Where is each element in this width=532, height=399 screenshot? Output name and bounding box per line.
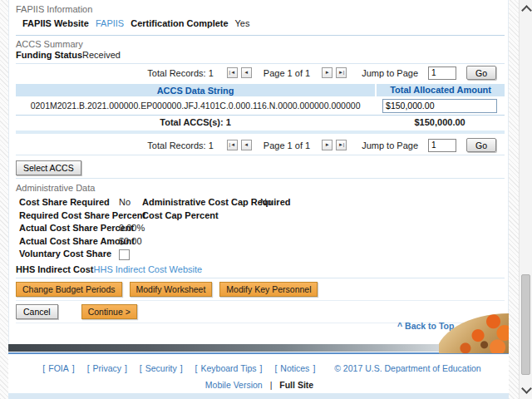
modify-key-personnel-button[interactable]: Modify Key Personnel xyxy=(219,282,318,297)
cancel-continue-row: Cancel Continue > xyxy=(16,304,505,319)
caret-up-icon: ^ xyxy=(397,321,402,331)
accs-data-string-header: ACCS Data String xyxy=(16,86,375,96)
admin-cost-cap-required-value: No xyxy=(260,197,505,208)
total-accs-label: Total ACCS(s): 1 xyxy=(16,117,375,127)
bracket: [ xyxy=(87,363,90,373)
jump-to-page-label: Jump to Page xyxy=(362,140,418,150)
page-background-hatch-right xyxy=(509,0,519,399)
next-page-button[interactable]: ► xyxy=(322,140,332,150)
footer-links-row: [FOIA] [Privacy] [Security] [Keyboard Ti… xyxy=(0,363,519,373)
footer-mobile-row: Mobile Version | Full Site xyxy=(0,380,519,390)
bracket: ] xyxy=(72,363,75,373)
bracket: [ xyxy=(42,363,45,373)
actual-cost-share-percent-value: 0.00% xyxy=(119,223,142,234)
action-buttons-row: Change Budget Periods Modify Worksheet M… xyxy=(16,282,505,297)
page-indicator: Page 1 of 1 xyxy=(264,68,310,78)
certification-complete-value: Yes xyxy=(234,18,249,28)
actual-cost-share-percent-label: Actual Cost Share Percent xyxy=(19,223,119,234)
back-to-top-label: Back to Top xyxy=(405,321,454,331)
divider xyxy=(16,63,505,64)
bracket: ] xyxy=(125,363,127,373)
footer-silver-bar xyxy=(8,344,509,352)
vertical-scrollbar[interactable] xyxy=(519,0,532,399)
last-page-button[interactable]: ►| xyxy=(336,140,347,150)
accs-table: ACCS Data String Total Allocated Amount … xyxy=(16,84,505,134)
footer-link-privacy[interactable]: Privacy xyxy=(93,363,121,373)
footer-link-foia[interactable]: FOIA xyxy=(48,363,69,373)
next-page-button[interactable]: ► xyxy=(322,67,332,78)
accs-table-row: 0201M2021.B.2021.000000.EP000000.JFJ.410… xyxy=(16,96,505,115)
total-records-label: Total Records: 1 xyxy=(147,68,213,78)
actual-cost-share-amount-value: $0.00 xyxy=(119,236,142,247)
go-button[interactable]: Go xyxy=(466,66,496,80)
accs-data-string-value: 0201M2021.B.2021.000000.EP000000.JFJ.410… xyxy=(16,101,375,111)
hhs-indirect-cost-website-link[interactable]: HHS Indirect Cost Website xyxy=(94,264,203,274)
footer-link-keyboard-tips[interactable]: Keyboard Tips xyxy=(200,363,256,373)
divider xyxy=(16,178,505,179)
footer-blue-line xyxy=(8,352,509,354)
last-page-button[interactable]: ►| xyxy=(336,67,347,78)
bracket: [ xyxy=(140,363,142,373)
pagination-bottom: Total Records: 1 |◄ ◄ Page 1 of 1 ► ►| J… xyxy=(16,138,505,152)
footer-divider: | xyxy=(270,380,273,390)
scroll-down-icon[interactable] xyxy=(521,383,532,394)
bracket: ] xyxy=(313,363,315,373)
select-accs-button[interactable]: Select ACCS xyxy=(16,160,81,175)
previous-page-button[interactable]: ◄ xyxy=(241,140,252,150)
admin-data-grid: Cost Share Required No Administrative Co… xyxy=(19,197,505,260)
divider xyxy=(16,155,505,155)
go-button[interactable]: Go xyxy=(466,138,496,152)
page-background-hatch-left xyxy=(0,0,8,399)
funding-status-value: Received xyxy=(82,50,121,60)
jump-to-page-label: Jump to Page xyxy=(362,68,418,78)
continue-button[interactable]: Continue > xyxy=(81,304,137,319)
voluntary-cost-share-checkbox[interactable] xyxy=(119,249,130,260)
certification-complete-label: Certification Complete xyxy=(131,18,228,28)
page-indicator: Page 1 of 1 xyxy=(264,140,310,150)
total-amount-value: $150,000.00 xyxy=(375,117,505,127)
divider xyxy=(16,35,505,36)
scroll-up-icon[interactable] xyxy=(521,5,532,16)
voluntary-cost-share-label: Voluntary Cost Share xyxy=(19,249,119,260)
previous-page-button[interactable]: ◄ xyxy=(241,67,252,78)
allocated-amount-input[interactable] xyxy=(382,99,497,113)
footer-link-notices[interactable]: Notices xyxy=(280,363,309,373)
actual-cost-share-amount-label: Actual Cost Share Amount xyxy=(19,236,119,247)
footer-bottom-strip xyxy=(8,393,509,399)
jump-to-page-input[interactable] xyxy=(428,66,456,80)
cost-cap-percent-label: Cost Cap Percent xyxy=(142,210,260,221)
bracket: [ xyxy=(195,363,198,373)
footer-link-security[interactable]: Security xyxy=(145,363,177,373)
divider xyxy=(16,300,505,301)
hhs-indirect-cost-row: HHS Indirect CostHHS Indirect Cost Websi… xyxy=(16,264,505,275)
fapiis-website-label: FAPIIS Website xyxy=(22,18,89,28)
cost-share-required-label: Cost Share Required xyxy=(19,197,119,208)
first-page-button[interactable]: |◄ xyxy=(227,140,238,150)
accs-section-title: ACCS Summary xyxy=(16,39,505,50)
fapiis-section-title: FAPIIS Information xyxy=(16,4,505,15)
hhs-indirect-cost-label: HHS Indirect Cost xyxy=(16,264,94,274)
bracket: [ xyxy=(274,363,277,373)
scrollbar-thumb[interactable] xyxy=(521,274,530,375)
pagination-top: Total Records: 1 |◄ ◄ Page 1 of 1 ► ►| J… xyxy=(16,66,505,80)
mobile-version-link[interactable]: Mobile Version xyxy=(205,380,263,390)
total-records-label: Total Records: 1 xyxy=(147,140,213,150)
first-page-button[interactable]: |◄ xyxy=(227,67,238,78)
funding-status-row: Funding StatusReceived xyxy=(16,50,505,61)
modify-worksheet-button[interactable]: Modify Worksheet xyxy=(130,282,213,297)
cancel-button[interactable]: Cancel xyxy=(16,304,58,319)
admin-cost-cap-required-label: Administrative Cost Cap Required xyxy=(142,197,260,208)
accs-table-header: ACCS Data String Total Allocated Amount xyxy=(16,84,505,96)
funding-status-label: Funding Status xyxy=(16,50,82,60)
accs-table-total-row: Total ACCS(s): 1 $150,000.00 xyxy=(16,115,505,129)
copyright-text: © 2017 U.S. Department of Education xyxy=(334,363,480,373)
admin-section-title: Administrative Data xyxy=(16,183,505,194)
change-budget-periods-button[interactable]: Change Budget Periods xyxy=(16,282,122,297)
required-cost-share-percent-label: Required Cost Share Percent xyxy=(19,210,119,221)
table-footer-strip xyxy=(16,131,505,134)
fapiis-website-link[interactable]: FAPIIS xyxy=(96,18,124,28)
jump-to-page-input[interactable] xyxy=(428,139,456,152)
back-to-top-link[interactable]: ^ Back to Top xyxy=(397,321,454,331)
cost-share-required-value: No xyxy=(119,197,142,208)
bracket: ] xyxy=(180,363,183,373)
